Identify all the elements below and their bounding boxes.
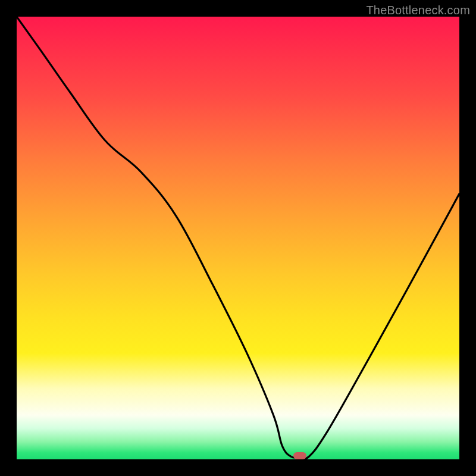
minimum-marker	[293, 452, 306, 459]
plot-area	[17, 17, 459, 459]
watermark-text: TheBottleneck.com	[366, 4, 470, 17]
bottleneck-curve	[17, 17, 459, 459]
chart-frame: TheBottleneck.com	[0, 0, 476, 476]
